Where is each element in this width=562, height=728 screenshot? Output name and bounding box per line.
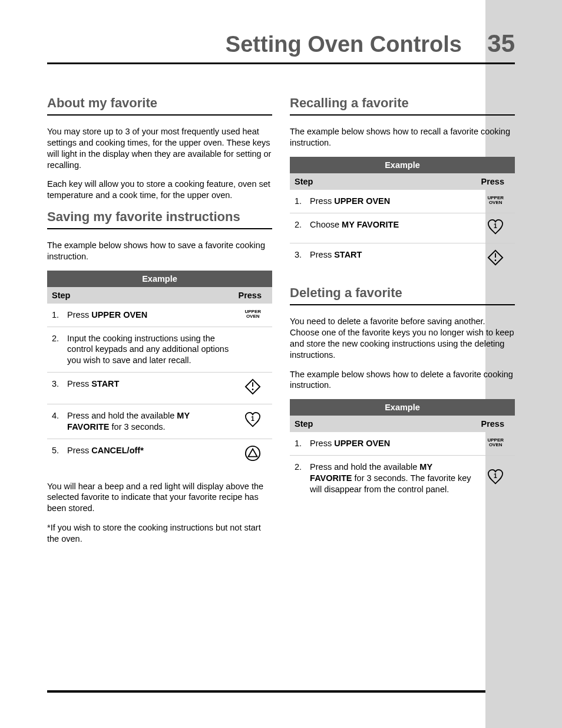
step-text: Choose MY FAVORITE	[305, 213, 476, 243]
delete-table-press-header: Press	[476, 416, 515, 432]
saving-after1: You will hear a beep and a red light wil…	[47, 481, 272, 515]
press-cell: UPPEROVEN	[233, 304, 272, 327]
step-number: 1.	[47, 304, 62, 327]
step-text: Press START	[62, 373, 233, 404]
step-number: 5.	[47, 439, 62, 470]
step-text: Press CANCEL/off*	[62, 439, 233, 470]
svg-point-1	[252, 388, 254, 390]
step-text: Press and hold the available MY FAVORITE…	[62, 404, 233, 439]
left-column: About my favorite You may store up to 3 …	[47, 91, 272, 553]
start-icon	[487, 249, 504, 266]
svg-text:1: 1	[494, 222, 497, 229]
delete-table-title: Example	[290, 399, 515, 416]
table-row: 2.Press and hold the available MY FAVORI…	[290, 456, 515, 501]
step-number: 1.	[290, 432, 305, 455]
delete-para2: The example below shows how to delete a …	[290, 369, 515, 391]
step-text: Press UPPER OVEN	[305, 190, 476, 213]
step-text: Input the cooking instructions using the…	[62, 327, 233, 373]
press-cell	[233, 439, 272, 470]
step-text: Press UPPER OVEN	[305, 432, 476, 455]
about-para1: You may store up to 3 of your most frequ…	[47, 126, 272, 170]
recall-intro: The example below shows how to recall a …	[290, 126, 515, 149]
saving-table-step-header: Step	[47, 287, 233, 304]
saving-table-press-header: Press	[233, 287, 272, 304]
recall-table-step-header: Step	[290, 173, 476, 190]
saving-table: Example Step Press 1.Press UPPER OVENUPP…	[47, 271, 272, 470]
step-number: 3.	[47, 373, 62, 404]
favorite-icon: 1	[487, 219, 504, 235]
step-number: 1.	[290, 190, 305, 213]
step-number: 2.	[290, 213, 305, 243]
favorite-icon: 1	[244, 412, 261, 427]
step-number: 4.	[47, 404, 62, 439]
saving-table-title: Example	[47, 271, 272, 287]
delete-table-step-header: Step	[290, 416, 476, 432]
press-cell	[476, 243, 515, 275]
table-row: 1.Press UPPER OVENUPPEROVEN	[290, 432, 515, 455]
recall-table-title: Example	[290, 157, 515, 173]
favorite-icon: 1	[487, 469, 504, 485]
delete-para1: You need to delete a favorite before sav…	[290, 316, 515, 360]
press-cell	[233, 327, 272, 373]
svg-text:1: 1	[494, 473, 497, 479]
step-text: Press START	[305, 243, 476, 275]
table-row: 3.Press START	[47, 373, 272, 404]
page-header: Setting Oven Controls 35	[47, 29, 515, 64]
saving-after2: *If you wish to store the cooking instru…	[47, 522, 272, 545]
press-cell	[233, 373, 272, 404]
svg-point-6	[495, 260, 497, 262]
recall-table: Example Step Press 1.Press UPPER OVENUPP…	[290, 157, 515, 275]
recall-heading: Recalling a favorite	[290, 95, 515, 116]
saving-heading: Saving my favorite instructions	[47, 209, 272, 229]
press-cell: 1	[476, 456, 515, 501]
svg-text:1: 1	[251, 416, 254, 422]
cancel-icon	[244, 445, 261, 462]
recall-table-press-header: Press	[476, 173, 515, 190]
about-para2: Each key will allow you to store a cooki…	[47, 179, 272, 201]
upper-oven-icon: UPPEROVEN	[244, 309, 261, 319]
saving-table-body: 1.Press UPPER OVENUPPEROVEN2.Input the c…	[47, 304, 272, 470]
press-cell: UPPEROVEN	[476, 190, 515, 213]
content-columns: About my favorite You may store up to 3 …	[47, 91, 515, 553]
table-row: 1.Press UPPER OVENUPPEROVEN	[47, 304, 272, 327]
press-cell: 1	[476, 213, 515, 243]
recall-table-body: 1.Press UPPER OVENUPPEROVEN2.Choose MY F…	[290, 190, 515, 275]
table-row: 1.Press UPPER OVENUPPEROVEN	[290, 190, 515, 213]
page-number: 35	[480, 29, 515, 58]
footer-rule	[47, 690, 485, 693]
step-number: 3.	[290, 243, 305, 275]
table-row: 3.Press START	[290, 243, 515, 275]
table-row: 2.Choose MY FAVORITE1	[290, 213, 515, 243]
delete-heading: Deleting a favorite	[290, 285, 515, 305]
step-number: 2.	[290, 456, 305, 501]
table-row: 2.Input the cooking instructions using t…	[47, 327, 272, 373]
start-icon	[244, 378, 261, 395]
delete-table-body: 1.Press UPPER OVENUPPEROVEN2.Press and h…	[290, 432, 515, 500]
table-row: 4.Press and hold the available MY FAVORI…	[47, 404, 272, 439]
press-cell: 1	[233, 404, 272, 439]
saving-intro: The example below shows how to save a fa…	[47, 240, 272, 262]
step-text: Press and hold the available MY FAVORITE…	[305, 456, 476, 501]
about-heading: About my favorite	[47, 95, 272, 116]
page-title: Setting Oven Controls	[226, 32, 462, 57]
table-row: 5.Press CANCEL/off*	[47, 439, 272, 470]
step-number: 2.	[47, 327, 62, 373]
upper-oven-icon: UPPEROVEN	[487, 438, 504, 447]
step-text: Press UPPER OVEN	[62, 304, 233, 327]
delete-table: Example Step Press 1.Press UPPER OVENUPP…	[290, 399, 515, 500]
press-cell: UPPEROVEN	[476, 432, 515, 455]
upper-oven-icon: UPPEROVEN	[487, 196, 504, 205]
right-column: Recalling a favorite The example below s…	[290, 91, 515, 553]
